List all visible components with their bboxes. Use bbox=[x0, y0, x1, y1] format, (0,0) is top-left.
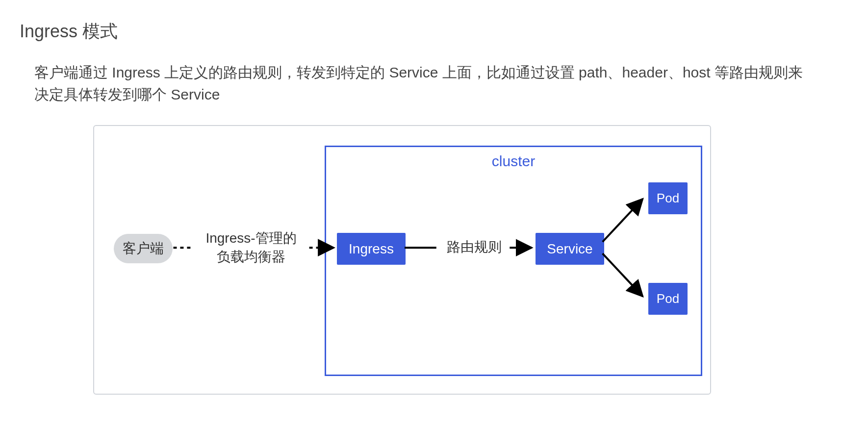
lb-label-line2: 负载均衡器 bbox=[217, 249, 285, 264]
ingress-node: Ingress bbox=[337, 233, 406, 265]
pod-node-1: Pod bbox=[648, 182, 688, 214]
pod-node-2: Pod bbox=[648, 283, 688, 315]
service-node: Service bbox=[536, 233, 604, 265]
client-node: 客户端 bbox=[114, 234, 173, 263]
page-title: Ingress 模式 bbox=[20, 20, 848, 44]
cluster-label: cluster bbox=[326, 153, 701, 170]
lb-label-line1: Ingress-管理的 bbox=[205, 230, 296, 246]
route-rule-label: 路由规则 bbox=[433, 238, 516, 256]
page-description: 客户端通过 Ingress 上定义的路由规则，转发到特定的 Service 上面… bbox=[34, 61, 809, 105]
diagram-outer-frame: cluster 客户端 Ingress-管理的 负载均衡器 Ingress 路由… bbox=[93, 125, 711, 395]
load-balancer-label: Ingress-管理的 负载均衡器 bbox=[190, 229, 312, 266]
